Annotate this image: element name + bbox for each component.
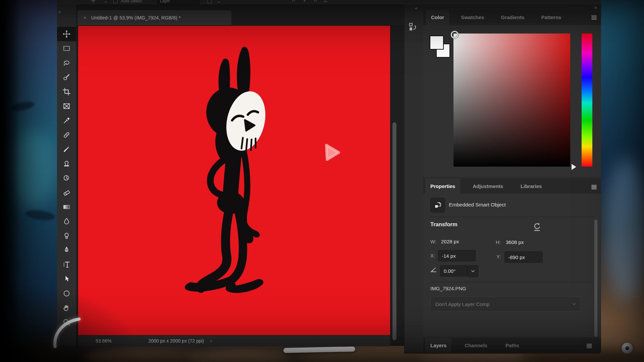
reset-transform-icon[interactable] <box>532 222 542 232</box>
tab-paths[interactable]: Paths <box>500 338 524 353</box>
type-icon <box>62 260 71 269</box>
tool-gradient[interactable] <box>57 200 76 214</box>
align-icon[interactable] <box>302 0 307 2</box>
healing-brush-icon <box>62 131 71 139</box>
tool-dodge[interactable] <box>57 229 76 243</box>
tool-move[interactable] <box>57 27 76 41</box>
properties-panel-scrollbar[interactable] <box>594 220 597 337</box>
eraser-icon <box>62 188 71 197</box>
options-bar: ⌄ Auto-Select: Layer ⌄ <box>57 0 601 5</box>
auto-select-checkbox[interactable] <box>113 0 118 3</box>
align-icon[interactable] <box>323 0 328 2</box>
y-input[interactable] <box>504 251 543 263</box>
h-label: H: <box>496 239 501 245</box>
close-icon[interactable]: × <box>84 15 87 20</box>
align-icon[interactable] <box>313 0 317 2</box>
tab-gradients[interactable]: Gradients <box>496 9 529 25</box>
auto-select-dropdown[interactable]: Layer <box>157 0 200 4</box>
tool-quick-selection[interactable] <box>57 70 76 84</box>
tool-pen[interactable] <box>57 243 76 257</box>
angle-input[interactable] <box>440 265 468 277</box>
tab-color[interactable]: Color <box>426 9 449 25</box>
tool-eyedropper[interactable] <box>57 113 76 128</box>
w-label: W: <box>430 239 436 244</box>
panel-expand-chevron[interactable]: » <box>594 5 597 10</box>
x-input[interactable] <box>438 250 476 261</box>
layers-panel-menu-icon[interactable] <box>586 342 593 351</box>
move-icon <box>62 30 71 38</box>
history-brush-icon <box>62 174 71 182</box>
color-panel-menu-icon[interactable] <box>590 13 598 22</box>
device-preview-icon[interactable] <box>407 21 419 33</box>
smart-object-icon <box>430 198 445 213</box>
align-icon[interactable] <box>292 0 297 2</box>
desktop: ⌄ Auto-Select: Layer ⌄ » <box>0 0 644 362</box>
document-size-info: 2000 px x 2000 px (72 ppi) <box>148 338 204 344</box>
chevron-down-icon: ⌄ <box>217 0 221 3</box>
color-panel-tabs: Color Swatches Gradients Patterns <box>423 9 601 25</box>
tool-lasso[interactable] <box>57 56 76 70</box>
tool-eraser[interactable] <box>57 185 76 200</box>
blur-drop-icon <box>62 217 71 226</box>
show-transform-checkbox[interactable] <box>207 0 212 3</box>
hue-slider[interactable] <box>582 34 592 167</box>
wallpaper-glow-right <box>605 158 644 302</box>
tool-marquee[interactable] <box>57 41 76 56</box>
chevron-down-icon: ⌄ <box>104 0 107 3</box>
foreground-color-swatch[interactable] <box>430 36 444 50</box>
move-tool-icon <box>91 0 96 3</box>
angle-dropdown-button[interactable] <box>468 265 478 277</box>
divider <box>430 217 594 217</box>
hue-slider-handle[interactable] <box>572 164 576 170</box>
eyedropper-icon <box>62 116 71 125</box>
tool-brush[interactable] <box>57 142 76 157</box>
properties-panel-tabs: Properties Adjustments Libraries <box>423 179 601 194</box>
chevron-down-icon <box>572 302 577 306</box>
canvas-vertical-scrollbar[interactable] <box>392 122 396 340</box>
tool-history-brush[interactable] <box>57 171 76 185</box>
h-value: 3608 px <box>506 239 524 245</box>
x-label: X: <box>430 253 435 258</box>
tool-healing-brush[interactable] <box>57 128 76 142</box>
dock-separator <box>404 40 423 40</box>
layer-comp-value: Don't Apply Layer Comp <box>435 301 489 307</box>
tool-crop[interactable] <box>57 84 76 99</box>
mouse-cursor <box>323 142 343 162</box>
corner-shadow <box>0 282 141 362</box>
pen-icon <box>62 246 71 254</box>
tab-swatches[interactable]: Swatches <box>456 9 489 25</box>
tool-clone-stamp[interactable] <box>57 157 76 171</box>
color-selection-ring[interactable] <box>451 31 459 39</box>
brush-icon <box>62 145 71 154</box>
layers-panel-tabs: Layers Channels Paths <box>423 338 601 353</box>
tab-properties[interactable]: Properties <box>425 179 460 194</box>
tab-channels[interactable]: Channels <box>460 338 492 353</box>
y-label: Y: <box>496 254 501 259</box>
divider <box>430 282 594 283</box>
toolbar-expand-chevron[interactable]: » <box>58 9 61 14</box>
tab-adjustments[interactable]: Adjustments <box>468 179 508 194</box>
disc-logo <box>622 343 633 354</box>
quick-selection-icon <box>62 73 71 81</box>
clone-stamp-icon <box>62 160 71 168</box>
saturation-brightness-field[interactable] <box>453 34 570 167</box>
crop-icon <box>62 87 71 96</box>
tab-patterns[interactable]: Patterns <box>536 9 566 25</box>
properties-panel-menu-icon[interactable] <box>590 183 598 192</box>
document-tab[interactable]: × Untitled-1 @ 53.9% (IMG_7924, RGB/8) * <box>77 10 231 25</box>
layer-comp-dropdown[interactable]: Don't Apply Layer Comp <box>430 296 581 312</box>
gradient-icon <box>62 203 71 211</box>
panel-collapse-chevron[interactable]: « <box>415 6 418 10</box>
fish-silhouette <box>25 208 55 222</box>
w-value: 2028 px <box>441 239 459 244</box>
tab-libraries[interactable]: Libraries <box>516 179 547 194</box>
collapsed-panel-dock <box>404 11 424 354</box>
tool-blur[interactable] <box>57 214 76 229</box>
lasso-icon <box>62 59 71 67</box>
chevron-down-icon <box>471 269 475 274</box>
tool-frame[interactable] <box>57 99 76 113</box>
tool-type[interactable] <box>57 257 76 272</box>
status-chevron-icon[interactable]: › <box>210 339 212 343</box>
tab-layers[interactable]: Layers <box>425 338 451 353</box>
smart-object-file-name: IMG_7924.PNG <box>430 286 466 291</box>
